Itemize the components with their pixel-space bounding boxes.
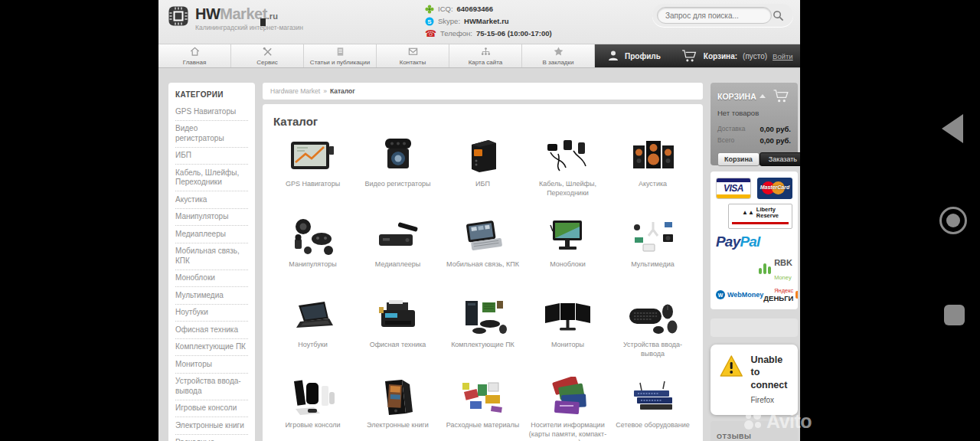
tile-ebooks[interactable]: Электронные книги <box>355 377 440 441</box>
menu-item-articles[interactable]: Статьи и публикации <box>304 44 377 67</box>
cart-link-label[interactable]: Корзина: <box>704 52 737 60</box>
sidebar-item-audio[interactable]: Акустика <box>175 191 248 209</box>
cart-state: (пусто) <box>743 52 767 60</box>
sidebar-item-mobile[interactable]: Мобильная связь, КПК <box>175 243 248 270</box>
sidebar-item-cables[interactable]: Кабель, Шлейфы, Переходники <box>175 165 248 191</box>
star-icon <box>553 46 564 57</box>
profile-icon[interactable] <box>607 50 619 62</box>
menu-item-bookmark[interactable]: В закладки <box>522 44 595 67</box>
login-link[interactable]: Войти <box>773 52 793 60</box>
sidebar-item-monitors[interactable]: Мониторы <box>175 356 248 374</box>
printer-image <box>370 296 426 338</box>
search-input[interactable] <box>657 7 772 24</box>
sidebar-item-multimedia[interactable]: Мультимедиа <box>175 287 248 305</box>
categories-sidebar: КАТЕГОРИИ GPS Навигаторы Видео регистрат… <box>168 83 255 441</box>
rbk-money-logo: RBKMoney <box>759 255 792 283</box>
menu-item-contacts[interactable]: Контакты <box>377 44 449 67</box>
collapse-arrow-icon[interactable] <box>760 94 766 98</box>
yandex-wallet-icon <box>795 291 798 299</box>
reviews-panel[interactable]: ОТЗЫВЫ <box>710 421 798 441</box>
ebook-image <box>370 377 426 418</box>
android-recents-button[interactable] <box>944 305 965 325</box>
cart-widget-title[interactable]: КОРЗИНА <box>717 92 756 101</box>
phone-contact: ☎ Телефон: 75-15-06 (10:00-17:00) <box>425 28 552 38</box>
tile-pc-parts[interactable]: Комплектующие ПК <box>440 296 525 371</box>
search-icon[interactable] <box>773 10 784 21</box>
sidebar-item-allinone[interactable]: Моноблоки <box>175 270 248 288</box>
cart-widget: КОРЗИНА Нет товаров Доставка 0,00 руб. В… <box>710 83 798 165</box>
sidebar-item-office-tech[interactable]: Офисная техника <box>175 322 248 339</box>
sidebar-item-gps[interactable]: GPS Навигаторы <box>175 103 248 121</box>
android-back-button[interactable] <box>942 114 963 143</box>
tile-dvr[interactable]: Видео регистраторы <box>355 136 440 210</box>
mobile-phone-image <box>455 216 511 257</box>
cart-icon[interactable] <box>681 49 698 63</box>
game-consoles-image <box>285 377 341 418</box>
tile-consoles[interactable]: Игровые консоли <box>270 377 355 441</box>
mail-icon <box>407 46 419 57</box>
device-screen: HWMarket.ru Калининградский интернет-маг… <box>0 0 980 441</box>
ups-image <box>455 136 511 177</box>
sidebar-item-consumables[interactable]: Расходные материалы <box>175 435 248 441</box>
payment-methods-panel: VISA MasterCard ▲▲ LibertyReserve P <box>710 172 798 309</box>
tile-speakers[interactable]: Акустика <box>610 136 695 210</box>
consumables-image <box>455 377 511 418</box>
page-title: Каталог <box>273 115 695 128</box>
tile-network[interactable]: Сетевое оборудование <box>610 377 695 441</box>
android-home-button[interactable] <box>939 207 967 234</box>
breadcrumb-separator: » <box>323 87 327 95</box>
breadcrumb: Hardware Market » Каталог <box>263 83 703 100</box>
svg-text:S: S <box>427 18 432 24</box>
menu-item-sitemap[interactable]: Карта сайта <box>449 44 522 67</box>
tile-office-tech[interactable]: Офисная техника <box>355 296 440 371</box>
webmoney-logo: W WebMoney <box>716 290 763 299</box>
tile-mediaplayer[interactable]: Медиаплееры <box>355 216 440 290</box>
tools-icon <box>262 46 273 57</box>
categories-list: GPS Навигаторы Видео регистраторы ИБП Ка… <box>175 103 248 441</box>
cart-widget-icon <box>773 89 791 103</box>
tile-storage[interactable]: Носители информации (карты памяти, компа… <box>525 377 610 441</box>
icq-icon <box>425 5 434 14</box>
tile-mobile[interactable]: Мобильная связь, КПК <box>440 216 525 290</box>
visa-logo: VISA <box>716 178 751 199</box>
sidebar-item-ebooks[interactable]: Электронные книги <box>175 417 248 435</box>
categories-title: КАТЕГОРИИ <box>175 90 248 99</box>
tile-gps[interactable]: GPS Навигаторы <box>270 136 355 210</box>
multimedia-image <box>625 216 681 257</box>
sidebar-item-laptops[interactable]: Ноутбуки <box>175 305 248 322</box>
cables-image <box>540 136 596 177</box>
cart-button[interactable]: Корзина <box>717 152 760 166</box>
menu-item-home[interactable]: Главная <box>158 44 231 67</box>
tile-monitors[interactable]: Мониторы <box>525 296 610 371</box>
breadcrumb-root-link[interactable]: Hardware Market <box>270 87 320 95</box>
yandex-money-logo: ЯндексДЕНЬГИ <box>763 287 798 302</box>
search-box <box>652 4 793 27</box>
tile-multimedia[interactable]: Мультимедиа <box>610 216 695 290</box>
sidebar-item-pc-parts[interactable]: Комплектующие ПК <box>175 339 248 357</box>
tile-allinone[interactable]: Моноблоки <box>525 216 610 290</box>
paypal-logo: PayPal <box>716 234 760 250</box>
site-logo[interactable]: HWMarket.ru Калининградский интернет-маг… <box>168 5 303 31</box>
tile-consumables[interactable]: Расходные материалы <box>440 377 525 441</box>
sidebar-item-controllers[interactable]: Манипуляторы <box>175 209 248 227</box>
logo-text: HWMarket.ru <box>195 5 303 23</box>
tile-controllers[interactable]: Манипуляторы <box>270 216 355 290</box>
sidebar-item-io-devices[interactable]: Устройства ввода-вывода <box>175 374 248 400</box>
category-tiles: GPS Навигаторы Видео регистраторы <box>270 136 695 441</box>
tile-laptop[interactable]: Ноутбуки <box>270 296 355 371</box>
icq-contact: ICQ: 640693466 <box>425 4 552 14</box>
catalog-panel: Каталог GPS Навигаторы <box>263 104 703 441</box>
main-content: Hardware Market » Каталог Каталог <box>263 83 703 441</box>
sidebar-item-dvr[interactable]: Видео регистраторы <box>175 121 248 148</box>
memory-cards-image <box>540 377 596 418</box>
reviews-label: ОТЗЫВЫ <box>717 433 751 440</box>
sidebar-item-mediaplayers[interactable]: Медиаплееры <box>175 226 248 243</box>
profile-link[interactable]: Профиль <box>625 52 661 60</box>
tile-cables[interactable]: Кабель, Шлейфы, Переходники <box>525 136 610 210</box>
tile-ups[interactable]: ИБП <box>440 136 525 210</box>
order-button[interactable]: Заказать <box>760 152 800 166</box>
sidebar-item-ups[interactable]: ИБП <box>175 148 248 165</box>
menu-item-service[interactable]: Сервис <box>231 44 304 67</box>
sidebar-item-consoles[interactable]: Игровые консоли <box>175 400 248 418</box>
tile-io-devices[interactable]: Устройства ввода-вывода <box>610 296 695 371</box>
